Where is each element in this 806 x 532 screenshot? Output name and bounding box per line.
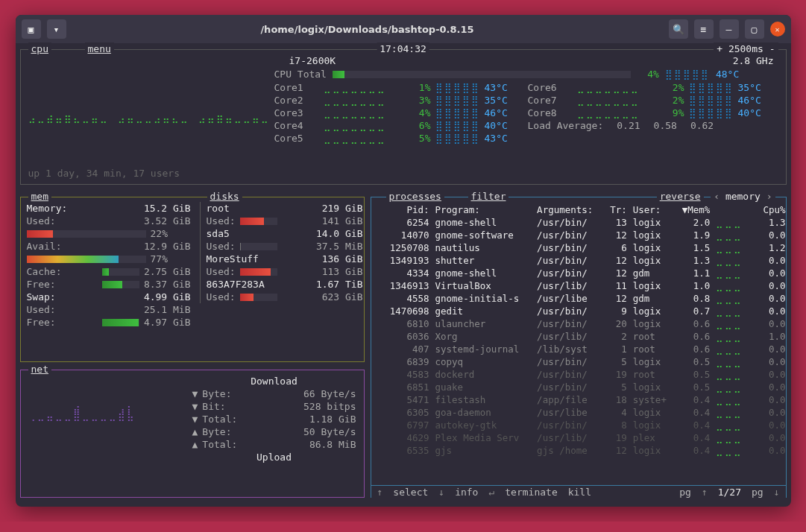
core-temp-spark: ⣿⣿⣿⣿⣿: [689, 107, 734, 119]
net-row-label: Bit:: [202, 400, 299, 413]
terminal-window: ▣ ▾ /home/logix/Downloads/bashtop-0.8.15…: [16, 15, 791, 507]
proc-row[interactable]: 6535gjsgjs /home12logix0.4⣀⣀⣀0.0: [374, 444, 789, 457]
core-temp-spark: ⣿⣿⣿⣿⣿: [435, 107, 480, 119]
window-title: /home/logix/Downloads/bashtop-0.8.15: [72, 24, 663, 35]
menu-label[interactable]: menu: [85, 42, 114, 55]
nav-up-icon[interactable]: ↑: [377, 486, 383, 498]
disk-name: sda5: [207, 227, 312, 240]
core-spark: ⣀⣀⣀⣀⣀⣀⣀: [324, 107, 406, 119]
nav-pg-label: pg: [679, 486, 691, 498]
proc-row[interactable]: 407systemd-journal/lib/syst1root0.6⣀⣀⣀0.…: [374, 343, 789, 355]
proc-row[interactable]: 4558gnome-initial-s/usr/libe12gdm0.8⣀⣀⣀0…: [374, 292, 789, 305]
proc-row[interactable]: 6810ulauncher/usr/bin/20logix0.6⣀⣀⣀0.0: [374, 317, 789, 330]
proc-row[interactable]: 6851guake/usr/bin/5logix0.5⣀⣀⣀0.0: [374, 381, 789, 393]
mem-total: 15.2 GiB: [144, 202, 191, 215]
core-spark: ⣀⣀⣀⣀⣀⣀⣀: [324, 81, 406, 94]
nav-info[interactable]: info: [455, 486, 478, 498]
core-pct: 4%: [410, 107, 431, 119]
proc-row[interactable]: 4629Plex Media Serv/usr/lib/19plex0.4⣀⣀⣀…: [374, 431, 789, 444]
col-user[interactable]: User:: [630, 203, 675, 216]
proc-row[interactable]: 14070gnome-software/usr/bin/12logix1.9⣀⣀…: [374, 229, 789, 241]
processes-panel: processes filter reverse ‹ memory › Pid:…: [371, 197, 787, 498]
proc-row[interactable]: 4583dockerd/usr/bin/19root0.5⣀⣀⣀0.0: [374, 368, 789, 381]
filter-label[interactable]: filter: [468, 190, 509, 203]
disk-used: 113 GiB: [282, 265, 363, 278]
nav-pgup-icon[interactable]: ↑: [702, 486, 708, 498]
close-button[interactable]: ✕: [770, 22, 785, 37]
loadavg-15: 0.62: [690, 119, 714, 132]
disk-used-label: Used:: [207, 240, 236, 253]
core-pct: 3%: [410, 94, 431, 107]
net-row-val: 86.8 MiB: [309, 438, 356, 451]
proc-row[interactable]: 6036Xorg/usr/lib/2root0.6⣀⣀⣀1.0: [374, 330, 789, 343]
net-row-val: 66 Byte/s: [303, 387, 356, 400]
core-temp-spark: ⣿⣿⣿⣿⣿: [689, 94, 734, 107]
disks-label: disks: [207, 190, 242, 203]
cpu-total-pct: 4%: [637, 68, 659, 80]
proc-row[interactable]: 1250708nautilus/usr/bin/6logix1.5⣀⣀⣀1.2: [374, 241, 789, 254]
hamburger-menu-button[interactable]: ≡: [694, 19, 714, 39]
col-mem[interactable]: ▼Mem%: [675, 203, 714, 216]
refresh[interactable]: + 2500ms -: [714, 42, 778, 55]
cpu-panel: cpu menu 17:04:32 + 2500ms - 2.8 GHz i7-…: [20, 49, 787, 185]
core-pct: 2%: [664, 81, 684, 94]
nav-terminate[interactable]: terminate: [505, 486, 557, 498]
mem-used-pct: 22%: [151, 227, 168, 240]
col-threads[interactable]: Tr:: [604, 203, 630, 216]
col-args[interactable]: Arguments:: [534, 203, 604, 216]
mem-free-val: 8.37 GiB: [144, 278, 191, 291]
net-row-label: Total:: [202, 438, 305, 451]
search-button[interactable]: 🔍: [669, 19, 688, 39]
core-temp-spark: ⣿⣿⣿⣿⣿: [435, 94, 480, 107]
col-program[interactable]: Program:: [432, 203, 535, 216]
proc-row[interactable]: 5471filestash/app/file18syste+0.4⣀⣀⣀0.0: [374, 393, 789, 406]
core-temp: 40°C: [485, 119, 508, 132]
nav-enter-icon[interactable]: ↵: [488, 486, 494, 498]
disk-used-label: Used:: [207, 265, 236, 278]
net-row-val: 50 Byte/s: [303, 425, 356, 438]
uptime: up 1 day, 34 min, 17 users: [28, 167, 180, 180]
swap-title: Swap:: [27, 291, 139, 303]
minimize-button[interactable]: —: [720, 19, 739, 39]
proc-row[interactable]: 6839copyq/usr/bin/5logix0.5⣀⣀⣀0.0: [374, 355, 789, 368]
disk-used: 623 GiB: [282, 291, 363, 303]
maximize-button[interactable]: ▢: [745, 19, 764, 39]
tab-menu-button[interactable]: ▾: [47, 19, 66, 39]
proc-row[interactable]: 6797autokey-gtk/usr/bin/8logix0.4⣀⣀⣀0.0: [374, 419, 789, 431]
core-spark: ⣀⣀⣀⣀⣀⣀⣀: [324, 119, 406, 132]
nav-down-icon[interactable]: ↓: [438, 486, 444, 498]
net-upload-title: Upload: [192, 451, 356, 463]
new-tab-button[interactable]: ▣: [22, 19, 41, 39]
core-pct: 2%: [664, 94, 684, 107]
net-row-val: 1.18 GiB: [309, 413, 356, 425]
nav-pgdn-icon[interactable]: ↓: [774, 486, 780, 498]
core-label: Core7: [528, 94, 573, 107]
disk-used-label: Used:: [207, 291, 236, 303]
col-pid[interactable]: Pid:: [374, 203, 432, 216]
col-cpu[interactable]: Cpu%: [756, 203, 788, 216]
swap-free-val: 4.97 GiB: [144, 316, 191, 329]
proc-row[interactable]: 6254gnome-shell/usr/bin/13logix2.0⣀⣀⣀1.3: [374, 216, 789, 229]
core-temp: 46°C: [485, 107, 508, 119]
core-pct: 6%: [410, 119, 431, 132]
net-row-label: Byte:: [202, 425, 299, 438]
nav-select[interactable]: select: [393, 486, 428, 498]
proc-row[interactable]: 1470698gedit/usr/bin/9logix0.7⣀⣀⣀0.0: [374, 305, 789, 317]
core-pct: 1%: [410, 81, 431, 94]
disk-total: 219 GiB: [322, 202, 363, 215]
sort-label[interactable]: ‹ memory ›: [711, 190, 775, 203]
core-spark: ⣀⣀⣀⣀⣀⣀⣀: [324, 132, 406, 145]
core-temp: 40°C: [738, 107, 761, 119]
core-temp-spark: ⣿⣿⣿⣿⣿: [435, 119, 480, 132]
proc-row[interactable]: 4334gnome-shell/usr/bin/12gdm1.1⣀⣀⣀0.0: [374, 267, 789, 279]
core-spark: ⣀⣀⣀⣀⣀⣀⣀: [577, 107, 659, 119]
mem-title: Memory:: [27, 202, 139, 215]
nav-kill[interactable]: kill: [568, 486, 591, 498]
terminal-body: cpu menu 17:04:32 + 2500ms - 2.8 GHz i7-…: [16, 43, 791, 55]
reverse-label[interactable]: reverse: [657, 190, 704, 203]
proc-row[interactable]: 6305goa-daemon/usr/libe4logix0.4⣀⣀⣀0.0: [374, 406, 789, 419]
mem-cache-label: Cache:: [27, 265, 98, 278]
proc-row[interactable]: 1349193shutter/usr/bin/12logix1.3⣀⣀⣀0.0: [374, 254, 789, 267]
proc-row[interactable]: 1346913VirtualBox/usr/lib/11logix1.0⣀⣀⣀0…: [374, 279, 789, 292]
core-label: Core8: [528, 107, 573, 119]
